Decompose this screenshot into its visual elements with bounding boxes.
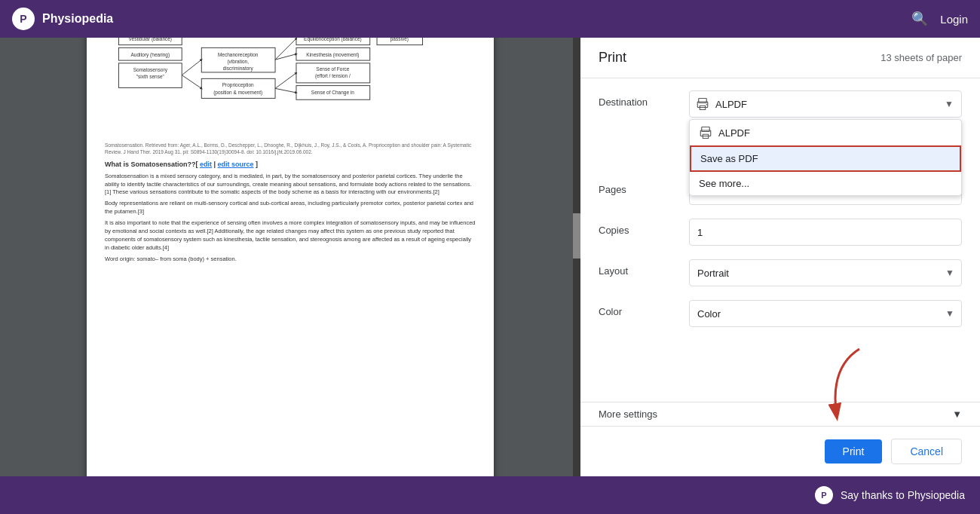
printer-small-icon: [699, 126, 712, 139]
svg-text:Auditory (hearing): Auditory (hearing): [130, 52, 170, 58]
svg-text:Somatosensory: Somatosensory: [133, 67, 168, 73]
destination-dropdown[interactable]: ALPDF Save as PDF See more...: [689, 119, 962, 196]
print-header: Print 13 sheets of paper: [580, 38, 980, 78]
svg-rect-35: [702, 127, 710, 132]
layout-label: Layout: [599, 259, 689, 277]
svg-rect-11: [201, 78, 275, 98]
svg-text:(effort / tension /: (effort / tension /: [315, 73, 351, 79]
dropdown-item-save-pdf[interactable]: Save as PDF: [690, 145, 961, 172]
diagram-svg: Vestibular (balance) Auditory (hearing) …: [105, 38, 467, 133]
copies-label: Copies: [599, 219, 689, 236]
login-button[interactable]: Login: [940, 13, 968, 26]
dropdown-item-see-more[interactable]: See more...: [690, 172, 961, 195]
color-select[interactable]: Color Black and white: [689, 300, 962, 327]
svg-point-34: [706, 104, 708, 106]
bottom-logo-letter: P: [821, 491, 826, 500]
diagram-area: Vestibular (balance) Auditory (hearing) …: [105, 38, 476, 136]
main-area: Vestibular (balance) Auditory (hearing) …: [0, 38, 980, 476]
copies-row: Copies: [599, 219, 962, 246]
bottom-bar-content: P Say thanks to Physiopedia: [815, 486, 965, 504]
sheets-info: 13 sheets of paper: [880, 52, 962, 63]
dropdown-seemore-label: See more...: [699, 178, 749, 189]
page-content: Vestibular (balance) Auditory (hearing) …: [87, 38, 494, 278]
caption-text: Somatosensation. Retrieved from: Ager, A…: [105, 142, 476, 155]
preview-area: Vestibular (balance) Auditory (hearing) …: [0, 38, 580, 476]
print-title: Print: [599, 50, 626, 66]
print-button[interactable]: Print: [825, 439, 883, 464]
svg-text:"sixth sense": "sixth sense": [136, 74, 165, 79]
copies-input[interactable]: [689, 219, 962, 246]
cancel-button[interactable]: Cancel: [891, 439, 962, 464]
destination-row: Destination ALPDF ▼: [599, 90, 962, 118]
svg-text:discriminatory: discriminatory: [223, 66, 254, 72]
print-form: Destination ALPDF ▼: [580, 78, 980, 402]
destination-control: ALPDF ▼ ALPDF: [689, 90, 962, 118]
svg-text:(vibration,: (vibration,: [227, 59, 249, 65]
para1: Somatosensation is a mixed sensory categ…: [105, 173, 476, 197]
svg-text:Proprioception: Proprioception: [222, 82, 254, 88]
scroll-bar[interactable]: [573, 38, 580, 476]
svg-text:Sense of Force: Sense of Force: [316, 66, 349, 72]
destination-value: ALPDF: [715, 99, 937, 110]
edit-link[interactable]: edit: [200, 161, 212, 168]
svg-text:Sense of Change in: Sense of Change in: [311, 90, 354, 96]
more-settings-label: More settings: [599, 408, 657, 420]
destination-select[interactable]: ALPDF ▼: [689, 90, 962, 118]
svg-text:Mechanoreception: Mechanoreception: [218, 52, 259, 58]
search-icon[interactable]: 🔍: [911, 11, 928, 27]
layout-control: Portrait Landscape ▼: [689, 259, 962, 286]
more-settings-chevron-icon: ▼: [952, 408, 962, 420]
top-bar-left: P Physiopedia: [12, 8, 113, 30]
dropdown-savepdf-label: Save as PDF: [700, 153, 758, 164]
scroll-thumb[interactable]: [573, 213, 580, 259]
layout-select[interactable]: Portrait Landscape: [689, 259, 962, 286]
svg-line-25: [182, 60, 201, 75]
para2: Body representations are reliant on mult…: [105, 200, 476, 216]
color-control: Color Black and white ▼: [689, 300, 962, 327]
copies-control: [689, 219, 962, 246]
top-bar: P Physiopedia 🔍 Login: [0, 0, 980, 38]
top-bar-right: 🔍 Login: [911, 11, 968, 27]
word-origin: Word origin: somato– from soma (body) + …: [105, 255, 476, 264]
svg-rect-31: [699, 99, 707, 103]
dropdown-item-alpdf[interactable]: ALPDF: [690, 120, 961, 145]
bottom-logo[interactable]: P: [815, 486, 833, 504]
pages-label: Pages: [599, 178, 689, 195]
svg-line-30: [275, 88, 296, 93]
site-name: Physiopedia: [42, 12, 113, 26]
color-select-wrapper: Color Black and white ▼: [689, 300, 962, 327]
color-label: Color: [599, 300, 689, 317]
print-footer: Print Cancel: [580, 426, 980, 476]
chevron-down-icon: ▼: [945, 99, 954, 109]
svg-line-26: [182, 75, 201, 89]
edit-source-link[interactable]: edit source: [218, 161, 254, 168]
svg-text:Kinesthesia (movement): Kinesthesia (movement): [306, 52, 359, 58]
layout-select-wrapper: Portrait Landscape ▼: [689, 259, 962, 286]
article-heading: What is Somatosensation??[ edit | edit s…: [105, 160, 476, 170]
svg-text:(position & movement): (position & movement): [213, 90, 262, 96]
color-row: Color Color Black and white ▼: [599, 300, 962, 327]
svg-line-29: [275, 73, 296, 88]
para3: It is also important to note that the ex…: [105, 219, 476, 252]
dropdown-alpdf-label: ALPDF: [718, 127, 750, 139]
print-panel: Print 13 sheets of paper Destination: [580, 38, 980, 476]
bottom-bar-text: Say thanks to Physiopedia: [841, 489, 965, 501]
page-preview: Vestibular (balance) Auditory (hearing) …: [87, 38, 494, 476]
layout-row: Layout Portrait Landscape ▼: [599, 259, 962, 286]
logo-letter: P: [20, 13, 26, 25]
destination-label: Destination: [599, 90, 689, 108]
more-settings[interactable]: More settings ▼: [580, 402, 980, 426]
logo-icon[interactable]: P: [12, 8, 35, 30]
printer-icon: [696, 97, 709, 111]
bottom-bar: P Say thanks to Physiopedia: [0, 476, 980, 514]
